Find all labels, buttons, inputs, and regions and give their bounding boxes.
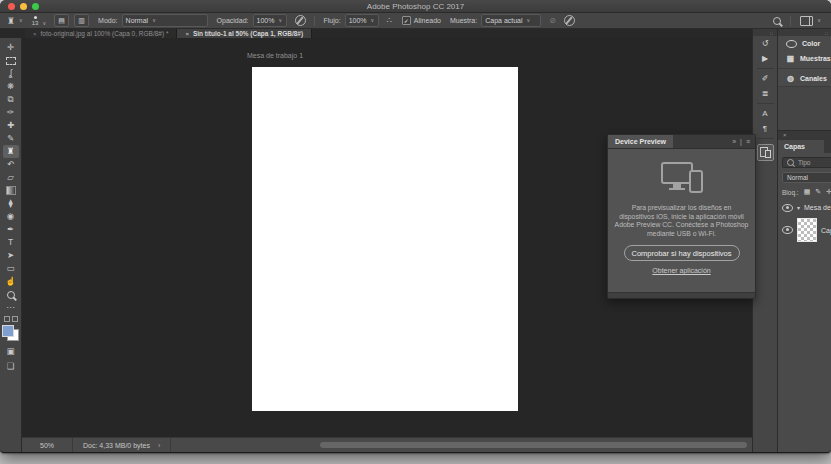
history-brush-tool[interactable]: ↶ [3,158,19,171]
pen-tool[interactable]: ✒ [3,223,19,236]
brush-panel-button[interactable]: ✐ [753,71,777,86]
color-panel-button[interactable]: Color [778,36,831,51]
visibility-eye-icon[interactable] [782,226,793,234]
panel-menu-icon[interactable]: ≡ [746,138,750,145]
collapse-panel-icon[interactable]: » [732,138,736,145]
horizontal-scrollbar[interactable] [171,438,752,452]
right-panel-column: ∷ Color ▦ Muestras ◍ Canales × Capas Tip… [777,29,831,452]
device-preview-tab[interactable]: Device Preview [608,135,673,148]
tab-sin-titulo[interactable]: × Sin título-1 al 50% (Capa 1, RGB/8#) [177,29,312,38]
opacity-select[interactable]: 100% ∨ [253,14,287,27]
doc-info-field[interactable]: Doc: 4,33 MB/0 bytes › [73,442,170,449]
lock-transparency-icon[interactable]: ▦ [804,188,811,196]
blur-tool[interactable]: ⧫ [3,197,19,210]
divider [757,103,774,104]
dodge-tool[interactable]: ◉ [3,210,19,223]
divider: | [740,138,742,145]
paragraph-icon: ¶ [763,124,767,133]
layer-row-artboard[interactable]: ▾ Mesa de trabajo 1 [782,201,831,214]
chevron-down-icon: ∨ [817,18,821,23]
device-preview-panel-button[interactable] [757,144,774,161]
sample-select[interactable]: Capa actual ∨ [481,14,541,27]
zoom-window-button[interactable] [32,3,39,10]
brush-tool[interactable]: ✎ [3,132,19,145]
channels-panel-button[interactable]: ◍ Canales [778,71,831,86]
layers-tab[interactable]: Capas [778,140,824,153]
scrollbar-thumb[interactable] [320,442,747,448]
color-panel-label: Color [802,40,820,47]
swatches-panel-button[interactable]: ▦ Muestras [778,51,831,66]
flow-select[interactable]: 100% ∨ [345,14,379,27]
zoom-tool[interactable] [3,288,19,301]
path-selection-tool[interactable]: ➤ [3,249,19,262]
layer-blend-mode-select[interactable]: Normal ∨ [782,172,831,183]
close-icon[interactable]: × [783,132,787,138]
paragraph-panel-button[interactable]: ¶ [753,121,777,136]
lock-paint-icon[interactable]: ✎ [815,188,821,196]
artboard-label[interactable]: Mesa de trabajo 1 [247,52,303,59]
panel-filler [778,86,831,130]
brush-preset-picker[interactable]: 13 ∨ [32,16,46,26]
history-panel-button[interactable]: ↺ [753,36,777,51]
check-devices-button[interactable]: Comprobar si hay dispositivos [624,245,740,261]
quick-mask-button[interactable]: ▣ [3,345,19,358]
blend-mode-select[interactable]: Normal ∨ [122,14,208,27]
lock-move-icon[interactable]: ✛ [826,188,831,196]
get-app-link[interactable]: Obtener aplicación [652,267,710,274]
flow-value: 100% [349,17,367,24]
workspace-switcher[interactable]: ∨ [800,16,821,26]
panel-footer [608,292,755,298]
tab-foto-original[interactable]: × foto-original.jpg al 100% (Capa 0, RGB… [25,29,177,38]
title-bar[interactable]: Adobe Photoshop CC 2017 [0,0,831,13]
divider [314,16,315,26]
screen-mode-button[interactable]: ❏ [3,360,19,373]
search-icon[interactable] [773,17,781,25]
close-icon[interactable]: × [33,31,37,37]
close-icon[interactable]: × [185,31,189,37]
eyedropper-tool[interactable]: ✑ [3,106,19,119]
brush-presets-button[interactable]: ≣ [753,86,777,101]
chevron-right-icon[interactable]: › [158,442,160,449]
edit-toolbar-button[interactable]: ⋯ [3,301,19,314]
lasso-tool[interactable]: ʆ [3,67,19,80]
device-preview-description: Para previsualizar los diseños en dispos… [614,204,750,238]
pressure-opacity-icon[interactable] [295,15,306,26]
tool-preset-picker[interactable]: ♜ ∨ [7,16,23,26]
layer-filter-input[interactable]: Tipo [782,157,831,168]
eraser-tool[interactable]: ▱ [3,171,19,184]
layer-row-capa1[interactable]: Capa 1 [782,217,831,243]
marquee-tool[interactable] [3,54,19,67]
foreground-color-swatch[interactable] [2,325,14,337]
type-tool[interactable]: T [3,236,19,249]
zoom-level-field[interactable]: 50% [22,442,72,449]
move-tool[interactable]: ✛ [3,41,19,54]
color-swatches[interactable] [2,325,19,341]
swatches-grid-icon: ▦ [786,54,795,63]
toggle-brush-panel-button[interactable]: ▤ [54,14,69,27]
panel-column-header[interactable]: ∷ [778,29,831,36]
quick-selection-tool[interactable]: ❋ [3,80,19,93]
pressure-size-icon[interactable] [564,15,575,26]
chevron-down-icon[interactable]: ▾ [797,204,800,211]
rail-header[interactable]: ∷ [753,29,777,36]
gradient-tool[interactable] [3,184,19,197]
artboard[interactable] [252,67,518,411]
options-bar: ♜ ∨ 13 ∨ ▤ ▥ Modo: Normal ∨ Opacidad: 10… [0,13,831,29]
alineado-checkbox[interactable]: ✓ Alineado [402,16,441,25]
shape-tool[interactable]: ▭ [3,262,19,275]
toggle-clone-source-button[interactable]: ▥ [74,14,89,27]
opacidad-label: Opacidad: [217,17,249,24]
healing-brush-tool[interactable]: ✚ [3,119,19,132]
close-window-button[interactable] [8,3,15,10]
airbrush-icon[interactable]: ∴ [387,16,392,25]
layer-thumbnail[interactable] [797,218,817,242]
visibility-eye-icon[interactable] [782,204,793,212]
actions-panel-button[interactable]: ▶ [753,51,777,66]
minimize-window-button[interactable] [20,3,27,10]
character-panel-button[interactable]: A [753,106,777,121]
device-preview-header[interactable]: Device Preview » | ≡ [608,135,755,149]
clone-stamp-tool[interactable]: ♜ [3,145,19,158]
hand-tool[interactable]: ☝ [3,275,19,288]
crop-tool[interactable]: ⧉ [3,93,19,106]
swap-colors-icon[interactable] [4,316,18,322]
